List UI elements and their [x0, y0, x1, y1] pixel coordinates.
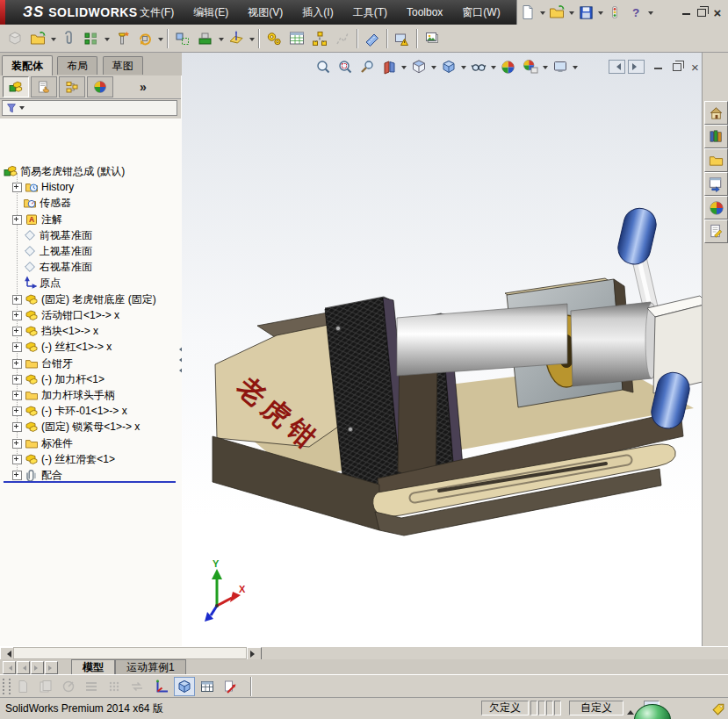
- tree-item-moving-jaw[interactable]: 活动钳口<1>-> x: [12, 307, 119, 323]
- tab-motion-study[interactable]: 运动算例1: [115, 659, 186, 674]
- zoom-to-fit-icon[interactable]: [312, 56, 334, 77]
- expand-icon[interactable]: [12, 455, 22, 464]
- tree-item-history[interactable]: History: [12, 179, 74, 195]
- restore-button[interactable]: [694, 5, 710, 19]
- rebuild-icon[interactable]: [604, 2, 625, 23]
- menu-tools[interactable]: 工具(T): [343, 0, 397, 25]
- section-view-icon[interactable]: [378, 56, 400, 77]
- tree-item-origin[interactable]: 原点: [23, 275, 61, 291]
- smart-fasteners-icon[interactable]: [111, 27, 133, 50]
- move-component-icon[interactable]: [133, 27, 156, 50]
- menu-file[interactable]: 文件(F): [130, 0, 184, 25]
- reference-geometry-icon[interactable]: [225, 27, 248, 50]
- expand-icon[interactable]: [12, 439, 22, 449]
- explode-line-sketch-icon[interactable]: [331, 27, 354, 50]
- move-dropdown[interactable]: [158, 38, 163, 44]
- expand-icon[interactable]: [12, 215, 22, 225]
- view-orientation-dropdown[interactable]: [431, 66, 436, 72]
- open-dropdown[interactable]: [569, 11, 574, 18]
- section-view-dropdown[interactable]: [401, 66, 407, 72]
- tree-item-snap-ring[interactable]: (-) 卡环-01<1>-> x: [12, 403, 127, 419]
- doc-close-button[interactable]: [688, 61, 702, 73]
- design-library-icon[interactable]: [704, 125, 728, 148]
- edit-appearance-icon[interactable]: [497, 56, 519, 77]
- tab-assembly[interactable]: 装配体: [2, 55, 53, 75]
- insert-component-icon[interactable]: [4, 27, 26, 50]
- tag-icon[interactable]: [711, 701, 726, 716]
- previous-tab-icon[interactable]: [17, 661, 30, 674]
- tree-item-right-plane[interactable]: 右视基准面: [23, 259, 92, 275]
- scrollbar-track[interactable]: [13, 647, 247, 659]
- tree-item-root[interactable]: 简易老虎钳总成 (默认): [4, 163, 125, 179]
- menu-window[interactable]: 窗口(W): [452, 0, 509, 25]
- minimize-button[interactable]: [678, 5, 694, 19]
- tree-item-screw-sleeve[interactable]: (-) 丝杠滑套<1>: [12, 451, 115, 467]
- tab-model[interactable]: 模型: [71, 659, 115, 674]
- apply-scene-icon[interactable]: [519, 56, 541, 77]
- tree-item-base[interactable]: (固定) 老虎钳底座 (固定): [12, 291, 156, 307]
- view-palette-icon[interactable]: [704, 172, 728, 196]
- expand-icon[interactable]: [12, 311, 22, 320]
- pattern-dropdown[interactable]: [105, 38, 110, 44]
- custom-properties-icon[interactable]: [704, 219, 728, 243]
- toolbar-grip[interactable]: [3, 679, 11, 694]
- expand-icon[interactable]: [12, 406, 22, 416]
- new-document-icon[interactable]: [517, 2, 538, 23]
- appearances-scenes-icon[interactable]: [704, 196, 728, 219]
- view-settings-icon[interactable]: [549, 56, 571, 77]
- design-table-icon[interactable]: [197, 677, 218, 696]
- solidworks-resources-icon[interactable]: [704, 101, 728, 125]
- mate-icon[interactable]: [57, 27, 80, 50]
- status-configuration[interactable]: 自定义: [569, 701, 623, 715]
- display-style-icon[interactable]: [437, 56, 459, 77]
- tab-layout[interactable]: 布局: [57, 56, 97, 75]
- hide-show-items-icon[interactable]: [467, 56, 489, 77]
- menu-view[interactable]: 视图(V): [238, 0, 292, 25]
- show-hidden-components-icon[interactable]: [171, 27, 194, 50]
- filter-dropdown[interactable]: [19, 106, 25, 112]
- assembly-features-dropdown[interactable]: [219, 38, 224, 44]
- hide-show-dropdown[interactable]: [491, 66, 496, 72]
- displaymanager-icon[interactable]: [87, 76, 113, 97]
- tree-item-handle-folder[interactable]: 加力杆球头手柄: [12, 387, 115, 403]
- filter-wireframe-icon[interactable]: [81, 677, 102, 696]
- menu-toolbox[interactable]: Toolbox: [397, 0, 452, 25]
- help-dropdown[interactable]: [648, 11, 653, 18]
- expand-icon[interactable]: [12, 471, 22, 480]
- expand-icon[interactable]: [12, 327, 22, 336]
- reference-triad-icon[interactable]: [151, 677, 172, 696]
- panel-overflow-chevron[interactable]: [140, 80, 147, 94]
- tree-item-standard-parts[interactable]: 标准件: [12, 435, 73, 451]
- first-tab-icon[interactable]: [3, 661, 16, 674]
- view-orientation-icon[interactable]: [407, 56, 429, 77]
- new-motion-study-icon[interactable]: [263, 27, 285, 50]
- doc-restore-button[interactable]: [669, 61, 684, 73]
- assembly-features-icon[interactable]: [194, 27, 217, 50]
- tree-item-lead-screw[interactable]: (-) 丝杠<1>-> x: [12, 339, 112, 355]
- tree-item-top-plane[interactable]: 上视基准面: [23, 243, 92, 259]
- zoom-to-area-icon[interactable]: [334, 56, 356, 77]
- menu-insert[interactable]: 插入(I): [292, 0, 342, 25]
- filter-edges-icon[interactable]: [35, 677, 56, 696]
- display-style-dropdown[interactable]: [461, 66, 466, 72]
- save-icon[interactable]: [575, 2, 596, 23]
- image-gallery-icon[interactable]: [421, 27, 443, 50]
- file-explorer-icon[interactable]: [704, 148, 728, 172]
- open-document-icon[interactable]: [546, 2, 567, 23]
- model-canvas[interactable]: 老虎钳: [182, 53, 702, 646]
- expand-icon[interactable]: [12, 183, 22, 192]
- filter-faces-icon[interactable]: [12, 677, 33, 696]
- menu-edit[interactable]: 编辑(E): [184, 0, 238, 25]
- tree-filter-field[interactable]: [2, 100, 177, 116]
- expand-icon[interactable]: [12, 359, 22, 369]
- save-dropdown[interactable]: [598, 11, 603, 18]
- last-tab-icon[interactable]: [45, 661, 58, 674]
- doc-minimize-button[interactable]: [651, 61, 666, 73]
- new-dropdown[interactable]: [540, 11, 545, 18]
- expand-icon[interactable]: [12, 295, 22, 305]
- toggle-selection-filters-icon[interactable]: [126, 677, 148, 696]
- bill-of-materials-icon[interactable]: [285, 27, 308, 50]
- configurationmanager-icon[interactable]: [59, 76, 85, 97]
- tree-item-jaw-plates-folder[interactable]: 台钳牙: [12, 356, 73, 371]
- tree-item-lever[interactable]: (-) 加力杆<1>: [12, 371, 105, 387]
